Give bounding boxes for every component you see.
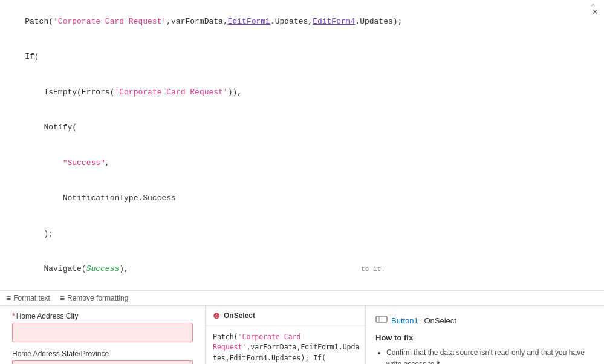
code-token: 'Corporate Card Request' — [53, 17, 166, 26]
state-input[interactable] — [12, 360, 193, 364]
button-widget-icon — [375, 313, 388, 325]
button-component-icon — [375, 313, 388, 328]
main-content: * Home Address City Home Address State/P… — [0, 306, 604, 364]
code-token: ,varFormData, — [166, 17, 227, 26]
error-code-text: Patch('Corporate Card Request',varFormDa… — [213, 333, 359, 364]
city-label: * Home Address City — [12, 312, 193, 320]
code-token: Patch( — [25, 17, 53, 26]
fix-item-1: Confirm that the data source isn't read-… — [386, 347, 594, 364]
city-input[interactable] — [12, 323, 193, 342]
code-line-4: Notify( — [6, 110, 598, 146]
code-line-3: IsEmpty(Errors('Corporate Card Request')… — [6, 74, 598, 110]
code-line-2: If( — [6, 39, 598, 75]
on-select-label: OnSelect — [224, 311, 255, 320]
on-select-suffix: .OnSelect — [422, 316, 456, 325]
format-text-icon: ≡ — [6, 293, 11, 303]
button-component-name: Button1 — [391, 316, 418, 325]
code-line-1: Patch('Corporate Card Request',varFormDa… — [6, 4, 598, 39]
code-editor: Patch('Corporate Card Request',varFormDa… — [0, 0, 604, 291]
city-field-group: * Home Address City — [12, 312, 193, 342]
fix-list: Confirm that the data source isn't read-… — [375, 347, 594, 364]
code-line-8: Navigate(Success), to it. — [6, 252, 598, 287]
code-line-7: ); — [6, 216, 598, 252]
state-label: Home Address State/Province — [12, 349, 193, 358]
code-line-5: "Success", — [6, 145, 598, 181]
svg-rect-0 — [376, 316, 387, 322]
code-token: .Updates); — [355, 17, 402, 26]
right-panel-header: Button1 .OnSelect — [375, 313, 594, 328]
error-circle-icon: ⊗ — [213, 311, 220, 320]
error-code-preview: Patch('Corporate Card Request',varFormDa… — [206, 326, 365, 364]
city-label-text: Home Address City — [16, 312, 79, 320]
remove-formatting-icon: ≡ — [60, 293, 65, 303]
state-label-text: Home Address State/Province — [12, 349, 109, 358]
format-text-button[interactable]: ≡ Format text — [6, 293, 50, 303]
city-required-star: * — [12, 312, 15, 320]
error-popup-panel: ⊗ OnSelect Patch('Corporate Card Request… — [206, 306, 366, 364]
scroll-up-button[interactable]: ⌃ — [591, 1, 596, 14]
form-preview-panel: * Home Address City Home Address State/P… — [0, 306, 206, 364]
code-line-6: NotificationType.Success — [6, 181, 598, 216]
error-header: ⊗ OnSelect — [206, 306, 365, 326]
remove-formatting-button[interactable]: ≡ Remove formatting — [60, 293, 129, 303]
remove-formatting-label: Remove formatting — [67, 294, 128, 302]
help-panel: Button1 .OnSelect How to fix Confirm tha… — [366, 306, 604, 364]
how-to-fix-title: How to fix — [375, 333, 594, 342]
format-text-label: Format text — [13, 294, 50, 302]
code-token: .Updates, — [270, 17, 313, 26]
code-token: EditForm1 — [228, 17, 270, 26]
code-token: EditForm4 — [313, 17, 355, 26]
formatting-toolbar: ≡ Format text ≡ Remove formatting — [0, 291, 604, 306]
state-field-group: Home Address State/Province — [12, 349, 193, 364]
